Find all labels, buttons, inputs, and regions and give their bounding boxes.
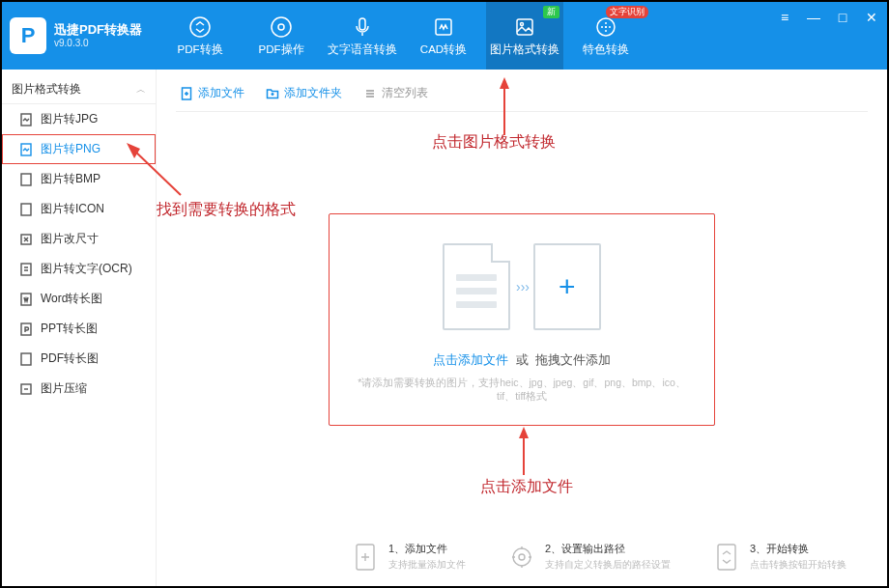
nav-label: PDF转换 — [178, 42, 223, 57]
step-sub: 支持自定义转换后的路径设置 — [545, 558, 671, 572]
main-content: 添加文件 添加文件夹 清空列表 › › › + 点击添加文件 或 — [157, 70, 887, 586]
dropzone-or: 或 — [516, 352, 529, 367]
drop-zone[interactable]: › › › + 点击添加文件 或 拖拽文件添加 *请添加需要转换的图片，支持he… — [329, 213, 715, 426]
mic-icon — [351, 15, 374, 39]
cad-icon — [432, 15, 455, 39]
sidebar-item-label: PDF转长图 — [41, 350, 99, 367]
sidebar-item-word[interactable]: Word转长图 — [2, 284, 156, 314]
sidebar-item-jpg[interactable]: 图片转JPG — [2, 104, 156, 134]
doc-icon — [19, 173, 33, 186]
close-button[interactable]: ✕ — [864, 10, 879, 25]
svg-rect-22 — [718, 545, 735, 570]
doc-icon — [19, 113, 33, 126]
tool-label: 添加文件 — [198, 85, 244, 101]
document-icon — [443, 243, 510, 330]
add-box-icon: + — [533, 243, 601, 330]
svg-rect-13 — [21, 264, 31, 275]
step-1: 1、添加文件 支持批量添加文件 — [352, 542, 466, 573]
word-icon — [19, 293, 33, 306]
nav-special[interactable]: 文字识别 特色转换 — [567, 2, 645, 70]
sidebar: 图片格式转换 ︿ 图片转JPG 图片转PNG 图片转BMP 图片转ICON 图片… — [2, 70, 157, 586]
step-3: 3、开始转换 点击转换按钮开始转换 — [713, 542, 846, 573]
svg-rect-4 — [436, 19, 451, 35]
dropzone-hint: *请添加需要转换的图片，支持heic、jpg、jpeg、gif、png、bmp、… — [349, 377, 695, 404]
dropzone-graphic: › › › + — [349, 243, 695, 330]
nav-text-audio[interactable]: 文字语音转换 — [324, 2, 401, 70]
nav-cad[interactable]: CAD转换 — [405, 2, 482, 70]
sidebar-item-pdf[interactable]: PDF转长图 — [2, 344, 156, 374]
svg-point-2 — [278, 24, 284, 30]
clear-list-button[interactable]: 清空列表 — [363, 85, 428, 101]
sidebar-item-ocr[interactable]: 图片转文字(OCR) — [2, 254, 156, 284]
nav-label: CAD转换 — [420, 42, 467, 57]
sidebar-item-label: 图片转文字(OCR) — [41, 261, 132, 277]
tool-label: 添加文件夹 — [284, 85, 342, 101]
add-file-button[interactable]: 添加文件 — [180, 85, 244, 101]
step-title: 2、设置输出路径 — [545, 542, 671, 556]
sidebar-item-label: 图片转PNG — [41, 141, 100, 157]
svg-point-21 — [519, 554, 525, 560]
menu-button[interactable]: ≡ — [777, 10, 792, 25]
file-add-icon — [352, 542, 379, 573]
list-icon — [363, 87, 377, 100]
minimize-button[interactable]: — — [806, 10, 821, 25]
sidebar-item-bmp[interactable]: 图片转BMP — [2, 164, 156, 194]
swap-icon — [188, 15, 212, 39]
svg-rect-3 — [359, 18, 365, 30]
sidebar-item-label: Word转长图 — [41, 291, 102, 307]
nav-image-format[interactable]: 新 图片格式转换 — [486, 2, 563, 70]
resize-icon — [19, 233, 33, 246]
sidebar-item-icon[interactable]: 图片转ICON — [2, 194, 156, 224]
nav-pdf-ops[interactable]: PDF操作 — [243, 2, 320, 70]
file-toolbar: 添加文件 添加文件夹 清空列表 — [176, 79, 868, 112]
svg-rect-5 — [517, 19, 532, 35]
svg-rect-16 — [21, 353, 31, 365]
folder-plus-icon — [266, 87, 279, 100]
chevron-up-icon: ︿ — [136, 83, 146, 97]
arrows-icon: › › › — [516, 279, 528, 294]
gear-circle-icon — [270, 15, 293, 39]
doc-icon — [19, 143, 33, 156]
svg-point-1 — [272, 17, 291, 37]
sidebar-item-resize[interactable]: 图片改尺寸 — [2, 224, 156, 254]
steps-footer: 1、添加文件 支持批量添加文件 2、设置输出路径 支持自定义转换后的路径设置 3… — [311, 542, 887, 573]
top-nav: PDF转换 PDF操作 文字语音转换 CAD转换 新 图片格式转换 文字识别 特… — [161, 2, 645, 70]
window-controls: ≡ — □ ✕ — [777, 10, 879, 25]
svg-rect-11 — [21, 204, 31, 215]
add-folder-button[interactable]: 添加文件夹 — [266, 85, 342, 101]
gear-icon — [508, 542, 535, 573]
ppt-icon — [19, 322, 33, 336]
svg-rect-10 — [21, 174, 31, 185]
sidebar-item-compress[interactable]: 图片压缩 — [2, 374, 156, 404]
app-name: 迅捷PDF转换器 — [54, 22, 142, 38]
step-2: 2、设置输出路径 支持自定义转换后的路径设置 — [508, 542, 671, 573]
image-icon — [513, 15, 536, 39]
badge-ocr: 文字识别 — [606, 6, 648, 18]
click-add-link[interactable]: 点击添加文件 — [433, 352, 508, 367]
dropzone-text: 点击添加文件 或 拖拽文件添加 — [349, 351, 695, 369]
sidebar-item-label: 图片压缩 — [41, 380, 87, 397]
sidebar-item-png[interactable]: 图片转PNG — [2, 134, 156, 164]
sidebar-group-title: 图片格式转换 — [12, 81, 81, 98]
nav-pdf-convert[interactable]: PDF转换 — [161, 2, 239, 70]
sidebar-group-toggle[interactable]: 图片格式转换 ︿ — [2, 75, 156, 104]
maximize-button[interactable]: □ — [835, 10, 850, 25]
doc-icon — [19, 203, 33, 216]
svg-point-0 — [190, 17, 210, 37]
svg-point-20 — [513, 548, 531, 566]
sidebar-item-ppt[interactable]: PPT转长图 — [2, 314, 156, 344]
badge-new: 新 — [543, 6, 559, 18]
sidebar-item-label: PPT转长图 — [41, 321, 98, 337]
step-sub: 支持批量添加文件 — [388, 558, 466, 572]
compress-icon — [19, 382, 33, 396]
ocr-icon — [19, 263, 33, 276]
nav-label: 文字语音转换 — [328, 42, 397, 57]
sidebar-item-label: 图片转BMP — [41, 171, 100, 187]
app-logo: P 迅捷PDF转换器 v9.0.3.0 — [10, 17, 142, 54]
step-title: 3、开始转换 — [750, 542, 846, 556]
app-version: v9.0.3.0 — [54, 38, 142, 49]
pdf-icon — [19, 352, 33, 366]
sidebar-item-label: 图片转ICON — [41, 201, 104, 217]
tool-label: 清空列表 — [382, 85, 428, 101]
star-gear-icon — [594, 15, 617, 39]
